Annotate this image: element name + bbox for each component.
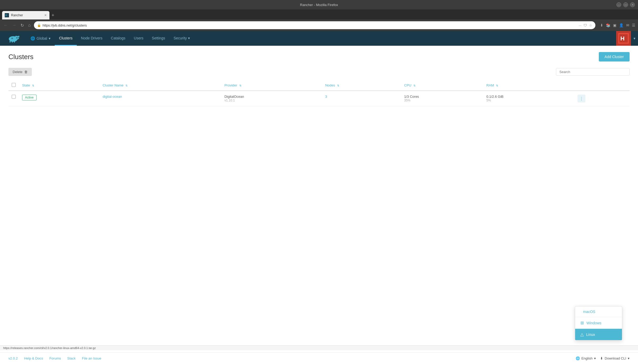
app-nav: 🌐 Global ▾ Clusters Node Drivers Catalog… — [0, 31, 638, 46]
minimize-button[interactable]: — — [616, 2, 621, 7]
cpu-sort-icon: ⇅ — [413, 84, 416, 87]
svg-rect-9 — [14, 41, 15, 43]
browser-tab[interactable]: R Rancher ✕ — [2, 11, 49, 19]
header-actions — [574, 80, 630, 91]
nav-link-settings[interactable]: Settings — [148, 31, 169, 46]
globe-icon: 🌐 — [31, 36, 35, 40]
email-button[interactable]: ✉ — [626, 23, 629, 27]
delete-button[interactable]: Delete 🗑 — [8, 68, 32, 76]
forward-button[interactable]: → — [11, 22, 17, 29]
address-actions: ··· 🛡 ☆ — [579, 23, 592, 27]
row-actions-cell: ⋮ — [574, 91, 630, 106]
svg-rect-8 — [12, 41, 13, 43]
home-button[interactable]: ⌂ — [27, 22, 32, 29]
ellipsis-icon[interactable]: ··· — [579, 23, 581, 27]
row-actions-button[interactable]: ⋮ — [578, 95, 585, 102]
window-controls: — ▭ ✕ — [616, 2, 635, 7]
svg-rect-7 — [10, 41, 11, 43]
tab-label: Rancher — [11, 13, 23, 17]
cpu-cores: 1/3 Cores — [404, 95, 480, 99]
ram-sort-icon: ⇅ — [496, 84, 498, 87]
user-dropdown-chevron[interactable]: ▾ — [631, 36, 638, 40]
browser-title: Rancher - Mozilla Firefox — [300, 3, 338, 7]
svg-point-5 — [15, 36, 17, 37]
svg-text:R: R — [5, 14, 8, 17]
header-nodes[interactable]: Nodes ⇅ — [322, 80, 401, 91]
header-cluster-name[interactable]: Cluster Name ⇅ — [99, 80, 221, 91]
add-cluster-button[interactable]: Add Cluster — [599, 52, 630, 61]
name-sort-icon: ⇅ — [125, 84, 128, 87]
nav-link-node-drivers[interactable]: Node Drivers — [77, 31, 107, 46]
avatar-inner: H — [618, 33, 629, 44]
state-sort-icon: ⇅ — [32, 84, 34, 87]
header-provider[interactable]: Provider ⇅ — [221, 80, 322, 91]
browser-toolbar-right: ⬇ 📚 ▣ 👤 ✉ ☰ — [600, 23, 635, 27]
header-checkbox-cell — [8, 80, 19, 91]
app-logo[interactable] — [0, 31, 26, 46]
delete-label: Delete — [13, 70, 23, 74]
nav-link-users[interactable]: Users — [130, 31, 148, 46]
search-input[interactable] — [556, 68, 630, 76]
sidebar-button[interactable]: ▣ — [613, 23, 616, 27]
header-cpu[interactable]: CPU ⇅ — [401, 80, 483, 91]
nav-right: H ▾ — [616, 31, 638, 46]
browser-addressbar: ← → ↻ ⌂ 🔒 https://jvb.ddns.net/g/cluster… — [0, 19, 638, 31]
ram-percentage: 5% — [486, 99, 571, 102]
nav-links: Clusters Node Drivers Catalogs Users Set… — [55, 31, 616, 46]
browser-tabbar: R Rancher ✕ + — [0, 9, 638, 19]
star-icon[interactable]: ☆ — [589, 23, 592, 27]
clusters-table: State ⇅ Cluster Name ⇅ Provider ⇅ Nodes … — [8, 80, 630, 106]
provider-sort-icon: ⇅ — [239, 84, 241, 87]
page-header: Clusters Add Cluster — [8, 52, 630, 61]
select-all-checkbox[interactable] — [12, 83, 16, 87]
row-cpu: 1/3 Cores 35% — [401, 91, 483, 106]
table-header-row: State ⇅ Cluster Name ⇅ Provider ⇅ Nodes … — [8, 80, 630, 91]
header-state[interactable]: State ⇅ — [19, 80, 99, 91]
row-provider: DigitalOcean v1.10.1 — [221, 91, 322, 106]
svg-point-12 — [16, 38, 17, 39]
nodes-sort-icon: ⇅ — [337, 84, 339, 87]
ram-value: 0.1/2.6 GiB — [486, 95, 571, 99]
row-ram: 0.1/2.6 GiB 5% — [483, 91, 574, 106]
browser-titlebar: Rancher - Mozilla Firefox — ▭ ✕ — [0, 0, 638, 9]
global-chevron-icon: ▾ — [49, 36, 50, 40]
lock-icon: 🔒 — [37, 23, 41, 27]
maximize-button[interactable]: ▭ — [623, 2, 628, 7]
profile-button[interactable]: 👤 — [619, 23, 624, 27]
rancher-h-logo: H — [619, 34, 628, 43]
row-nodes: 3 — [322, 91, 401, 106]
status-badge: Active — [22, 95, 37, 100]
address-url: https://jvb.ddns.net/g/clusters — [43, 23, 577, 27]
table-row: Active digital-ocean DigitalOcean v1.10.… — [8, 91, 630, 106]
tab-close-button[interactable]: ✕ — [44, 13, 47, 17]
main-content: Clusters Add Cluster Delete 🗑 State ⇅ Cl… — [0, 46, 638, 177]
header-ram[interactable]: RAM ⇅ — [483, 80, 574, 91]
close-button[interactable]: ✕ — [630, 2, 635, 7]
global-dropdown-button[interactable]: 🌐 Global ▾ — [26, 31, 55, 46]
security-chevron-icon: ▾ — [188, 36, 190, 40]
address-bar[interactable]: 🔒 https://jvb.ddns.net/g/clusters ··· 🛡 … — [34, 21, 595, 29]
nav-link-catalogs[interactable]: Catalogs — [107, 31, 130, 46]
svg-text:H: H — [620, 35, 625, 42]
svg-point-13 — [17, 38, 18, 39]
row-checkbox-cell — [8, 91, 19, 106]
library-button[interactable]: 📚 — [606, 23, 610, 27]
nav-link-security[interactable]: Security ▾ — [169, 31, 194, 46]
global-label: Global — [37, 36, 47, 40]
page-title: Clusters — [8, 53, 33, 61]
user-avatar[interactable]: H — [616, 31, 631, 46]
menu-button[interactable]: ☰ — [632, 23, 635, 27]
reload-button[interactable]: ↻ — [19, 22, 25, 29]
toolbar-row: Delete 🗑 — [8, 68, 630, 76]
svg-point-10 — [16, 37, 17, 38]
rancher-favicon: R — [5, 13, 9, 17]
new-tab-button[interactable]: + — [52, 11, 54, 19]
back-button[interactable]: ← — [3, 22, 9, 29]
cluster-name-link[interactable]: digital-ocean — [103, 95, 122, 99]
nav-link-clusters[interactable]: Clusters — [55, 31, 77, 46]
download-button[interactable]: ⬇ — [600, 23, 603, 27]
provider-name: DigitalOcean — [224, 95, 319, 99]
row-checkbox[interactable] — [12, 95, 16, 99]
nodes-count[interactable]: 3 — [325, 95, 327, 99]
bookmark-icon[interactable]: 🛡 — [584, 23, 587, 27]
